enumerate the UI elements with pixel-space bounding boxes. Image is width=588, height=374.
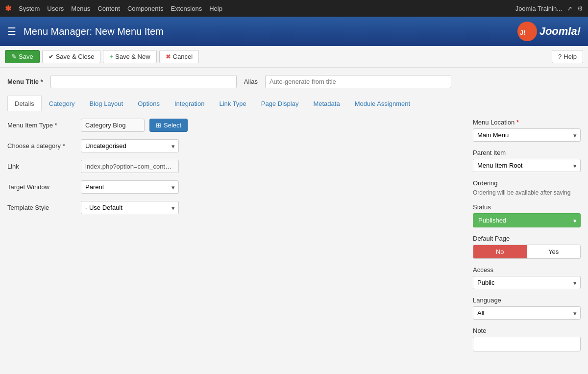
menu-item-type-row: Menu Item Type * Category Blog ⊞ Select bbox=[7, 119, 458, 132]
tab-module-assignment[interactable]: Module Assignment bbox=[347, 96, 417, 111]
save-close-button[interactable]: ✔ Save & Close bbox=[42, 50, 101, 63]
tab-category[interactable]: Category bbox=[42, 96, 82, 111]
two-column-layout: Menu Item Type * Category Blog ⊞ Select … bbox=[7, 119, 581, 359]
toolbar: ✎ Save ✔ Save & Close + Save & New ✖ Can… bbox=[0, 46, 588, 68]
default-page-group: Default Page No Yes bbox=[473, 235, 581, 259]
menu-location-label: Menu Location bbox=[473, 119, 581, 126]
default-page-toggle: No Yes bbox=[473, 245, 581, 259]
save-close-check-icon: ✔ bbox=[49, 53, 54, 60]
nav-extensions[interactable]: Extensions bbox=[171, 5, 202, 12]
note-input[interactable] bbox=[473, 337, 581, 351]
note-label: Note bbox=[473, 327, 581, 334]
parent-item-label: Parent Item bbox=[473, 149, 581, 156]
username-label[interactable]: Joomla Trainin... bbox=[515, 5, 562, 12]
tab-blog-layout[interactable]: Blog Layout bbox=[82, 96, 131, 111]
default-page-no-button[interactable]: No bbox=[473, 245, 527, 258]
save-button[interactable]: ✎ Save bbox=[5, 50, 40, 63]
main-content: Menu Title * Alias Details Category Blog… bbox=[0, 68, 588, 366]
help-label: Help bbox=[564, 53, 577, 60]
title-alias-row: Menu Title * Alias bbox=[7, 75, 581, 88]
default-page-label: Default Page bbox=[473, 235, 581, 242]
menu-title-input[interactable] bbox=[50, 75, 237, 88]
target-window-label: Target Window bbox=[7, 183, 76, 191]
nav-components[interactable]: Components bbox=[127, 5, 164, 12]
cancel-button[interactable]: ✖ Cancel bbox=[159, 50, 199, 63]
status-select-wrap: Published Unpublished Trashed bbox=[473, 213, 581, 227]
status-group: Status Published Unpublished Trashed bbox=[473, 203, 581, 227]
default-page-yes-button[interactable]: Yes bbox=[527, 245, 581, 258]
nav-users[interactable]: Users bbox=[47, 5, 64, 12]
language-label: Language bbox=[473, 297, 581, 304]
parent-item-select-wrap: Menu Item Root bbox=[473, 159, 581, 172]
choose-category-select[interactable]: Uncategorised bbox=[81, 139, 179, 152]
target-window-row: Target Window Parent _blank _self _top bbox=[7, 180, 458, 194]
access-label: Access bbox=[473, 266, 581, 274]
save-close-label: Save & Close bbox=[56, 53, 95, 60]
tab-page-display[interactable]: Page Display bbox=[254, 96, 306, 111]
nav-content[interactable]: Content bbox=[98, 5, 120, 12]
nav-help[interactable]: Help bbox=[209, 5, 222, 12]
template-style-row: Template Style - Use Default bbox=[7, 201, 458, 214]
save-label: Save bbox=[19, 53, 33, 60]
menu-location-select[interactable]: Main Menu bbox=[473, 128, 581, 142]
language-select[interactable]: All bbox=[473, 306, 581, 320]
top-navigation: ✱ System Users Menus Content Components … bbox=[0, 0, 588, 17]
header-bar: ☰ Menu Manager: New Menu Item J! Joomla! bbox=[0, 17, 588, 46]
ordering-group: Ordering Ordering will be available afte… bbox=[473, 179, 581, 196]
save-new-label: Save & New bbox=[115, 53, 150, 60]
access-select-wrap: Public Guest Registered Special Super Us… bbox=[473, 276, 581, 289]
language-select-wrap: All bbox=[473, 306, 581, 320]
tab-link-type[interactable]: Link Type bbox=[212, 96, 253, 111]
joomla-brand-text: Joomla! bbox=[539, 25, 581, 38]
target-window-select[interactable]: Parent _blank _self _top bbox=[81, 180, 179, 194]
access-select[interactable]: Public Guest Registered Special Super Us… bbox=[473, 276, 581, 289]
tab-details[interactable]: Details bbox=[7, 96, 42, 111]
menu-title-label: Menu Title * bbox=[7, 78, 43, 85]
hamburger-icon[interactable]: ☰ bbox=[7, 25, 16, 37]
tab-metadata[interactable]: Metadata bbox=[306, 96, 347, 111]
nav-menus[interactable]: Menus bbox=[71, 5, 90, 12]
template-style-label: Template Style bbox=[7, 204, 76, 211]
tab-integration[interactable]: Integration bbox=[167, 96, 212, 111]
status-label: Status bbox=[473, 203, 581, 211]
page-title: Menu Manager: New Menu Item bbox=[24, 26, 517, 37]
ordering-note: Ordering will be available after saving bbox=[473, 189, 581, 196]
alias-input[interactable] bbox=[265, 75, 451, 88]
language-group: Language All bbox=[473, 297, 581, 320]
choose-category-select-wrap: Uncategorised bbox=[81, 139, 179, 152]
link-value: index.php?option=com_content&vie bbox=[81, 160, 179, 173]
left-column: Menu Item Type * Category Blog ⊞ Select … bbox=[7, 119, 458, 359]
help-button[interactable]: ? Help bbox=[552, 50, 583, 63]
save-icon: ✎ bbox=[11, 53, 17, 60]
nav-system[interactable]: System bbox=[19, 5, 40, 12]
select-button[interactable]: ⊞ Select bbox=[149, 119, 188, 132]
link-row: Link index.php?option=com_content&vie bbox=[7, 160, 458, 173]
help-icon: ? bbox=[558, 53, 562, 60]
target-window-select-wrap: Parent _blank _self _top bbox=[81, 180, 179, 194]
tab-options[interactable]: Options bbox=[130, 96, 167, 111]
access-group: Access Public Guest Registered Special S… bbox=[473, 266, 581, 289]
top-nav-right: Joomla Trainin... ↗ ⚙ bbox=[515, 5, 583, 12]
alias-label: Alias bbox=[244, 78, 258, 85]
right-column: Menu Location Main Menu Parent Item Menu… bbox=[473, 119, 581, 359]
ordering-label: Ordering bbox=[473, 179, 581, 187]
cancel-label: Cancel bbox=[173, 53, 193, 60]
menu-location-group: Menu Location Main Menu bbox=[473, 119, 581, 142]
select-grid-icon: ⊞ bbox=[156, 122, 161, 129]
link-label: Link bbox=[7, 163, 76, 170]
template-style-select-wrap: - Use Default bbox=[81, 201, 179, 214]
status-select[interactable]: Published Unpublished Trashed bbox=[473, 213, 581, 227]
joomla-small-logo: ✱ bbox=[5, 4, 11, 13]
save-new-plus-icon: + bbox=[109, 53, 113, 60]
external-link-icon: ↗ bbox=[567, 5, 572, 12]
top-nav-items: System Users Menus Content Components Ex… bbox=[19, 5, 515, 12]
menu-item-type-label: Menu Item Type * bbox=[7, 122, 76, 129]
note-group: Note bbox=[473, 327, 581, 351]
template-style-select[interactable]: - Use Default bbox=[81, 201, 179, 214]
joomla-logo: J! Joomla! bbox=[517, 22, 581, 41]
select-label: Select bbox=[164, 122, 181, 129]
save-new-button[interactable]: + Save & New bbox=[103, 50, 156, 63]
gear-icon[interactable]: ⚙ bbox=[577, 5, 583, 12]
parent-item-select[interactable]: Menu Item Root bbox=[473, 159, 581, 172]
tab-bar: Details Category Blog Layout Options Int… bbox=[7, 96, 581, 111]
